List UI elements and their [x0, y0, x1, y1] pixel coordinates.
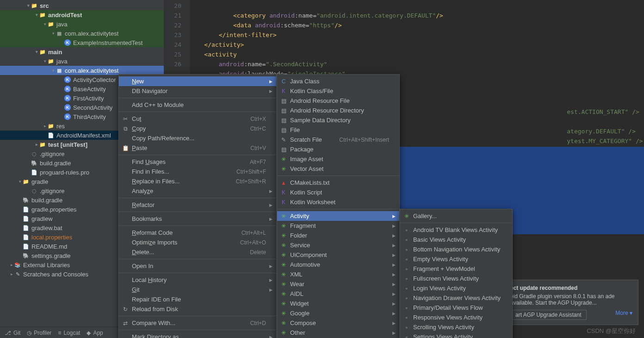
- menu-item[interactable]: Replace in Files...Ctrl+Shift+R: [119, 176, 276, 186]
- menu-item[interactable]: Open In▶: [119, 261, 276, 271]
- tree-item[interactable]: ▾📁androidTest: [0, 10, 164, 19]
- menu-item[interactable]: ⧉CopyCtrl+C: [119, 124, 276, 133]
- menu-item[interactable]: New▶: [119, 76, 276, 86]
- tree-item[interactable]: KExampleInstrumentedTest: [0, 38, 164, 47]
- menu-item[interactable]: ▫Bottom Navigation Views Activity: [400, 244, 512, 254]
- submenu-new[interactable]: CJava ClassKKotlin Class/File▤Android Re…: [277, 74, 400, 338]
- menu-item[interactable]: Refactor▶: [119, 200, 276, 210]
- menu-item[interactable]: Optimize ImportsCtrl+Alt+O: [119, 238, 276, 247]
- menu-item[interactable]: ▫Settings Views Activity: [400, 332, 512, 338]
- menu-item[interactable]: Bookmarks▶: [119, 214, 276, 224]
- package-icon: ▦: [56, 67, 63, 74]
- menu-item[interactable]: DB Navigator▶: [119, 86, 276, 96]
- menu-item[interactable]: ✳XML▶: [277, 269, 399, 279]
- menu-item[interactable]: ✳Wear▶: [277, 279, 399, 289]
- menu-item[interactable]: ✳Automotive▶: [277, 260, 399, 269]
- menu-label: Kotlin Worksheet: [290, 199, 389, 206]
- tree-item[interactable]: ▾📁main: [0, 47, 164, 56]
- menu-item[interactable]: Repair IDE on File: [119, 294, 276, 304]
- menu-item[interactable]: ↻Reload from Disk: [119, 304, 276, 314]
- toolwin-logcat[interactable]: ≡ Logcat: [58, 330, 80, 336]
- submenu-arrow-icon: ▶: [392, 311, 396, 316]
- menu-item[interactable]: Find UsagesAlt+F7: [119, 157, 276, 167]
- menu-item[interactable]: ✂CutCtrl+X: [119, 114, 276, 124]
- menu-label: UiComponent: [290, 251, 389, 258]
- menu-item[interactable]: ✳Compose▶: [277, 318, 399, 328]
- tree-label: java: [56, 21, 68, 28]
- menu-item[interactable]: 📋PasteCtrl+V: [119, 143, 276, 153]
- context-menu[interactable]: New▶DB Navigator▶Add C++ to Module✂CutCt…: [118, 74, 277, 338]
- menu-item[interactable]: Reformat CodeCtrl+Alt+L: [119, 228, 276, 238]
- menu-item[interactable]: Delete...Delete: [119, 247, 276, 257]
- menu-item[interactable]: ✳Other▶: [277, 328, 399, 338]
- menu-item[interactable]: ▤Android Resource File: [277, 96, 399, 106]
- menu-item[interactable]: ▫Fragment + ViewModel: [400, 264, 512, 274]
- menu-item[interactable]: ✳AIDL▶: [277, 289, 399, 299]
- submenu-activity[interactable]: ✳Gallery...▫Android TV Blank Views Activ…: [400, 209, 513, 338]
- submenu-arrow-icon: ▶: [392, 224, 396, 228]
- menu-item[interactable]: ✳Activity▶: [277, 211, 399, 221]
- menu-item[interactable]: ▫Android TV Blank Views Activity: [400, 225, 512, 235]
- menu-icon: ✂: [122, 116, 129, 122]
- menu-item[interactable]: ✳Widget▶: [277, 299, 399, 308]
- menu-item[interactable]: Analyze▶: [119, 186, 276, 196]
- menu-item[interactable]: ▫Empty Views Activity: [400, 254, 512, 264]
- menu-item[interactable]: ▤File: [277, 125, 399, 135]
- menu-label: Java Class: [290, 78, 389, 85]
- tree-item[interactable]: ▾▦com.alex.activitytest: [0, 29, 164, 38]
- menu-label: Other: [290, 329, 389, 336]
- menu-item[interactable]: Find in Files...Ctrl+Shift+F: [119, 167, 276, 176]
- menu-icon: ✳: [280, 213, 287, 219]
- menu-item[interactable]: Copy Path/Reference...: [119, 133, 276, 143]
- menu-item[interactable]: ✳Google▶: [277, 308, 399, 318]
- menu-item[interactable]: ▫Primary/Detail Views Flow: [400, 303, 512, 313]
- menu-label: Responsive Views Activity: [413, 314, 502, 321]
- menu-item[interactable]: ▲CMakeLists.txt: [277, 178, 399, 188]
- menu-item[interactable]: ✎Scratch FileCtrl+Alt+Shift+Insert: [277, 135, 399, 144]
- menu-icon: ✳: [280, 232, 287, 239]
- menu-item[interactable]: ✳UiComponent▶: [277, 250, 399, 260]
- menu-item[interactable]: Add C++ to Module: [119, 100, 276, 110]
- menu-item[interactable]: ✳Folder▶: [277, 231, 399, 240]
- tree-item[interactable]: ▾📁src: [0, 1, 164, 10]
- notification-balloon[interactable]: ect update recommended oid Gradle plugin…: [504, 280, 638, 325]
- menu-item[interactable]: ▫Scrolling Views Activity: [400, 322, 512, 332]
- menu-item[interactable]: KKotlin Script: [277, 188, 399, 197]
- notif-action-button[interactable]: art AGP Upgrade Assistant: [510, 310, 587, 320]
- menu-icon: ✳: [280, 271, 287, 278]
- menu-item[interactable]: KKotlin Worksheet: [277, 197, 399, 207]
- menu-item[interactable]: ▤Android Resource Directory: [277, 106, 399, 115]
- menu-item[interactable]: ✳Image Asset: [277, 154, 399, 164]
- menu-icon: ▫: [403, 295, 410, 301]
- menu-item[interactable]: ▫Basic Views Activity: [400, 235, 512, 244]
- menu-icon: ✳: [280, 281, 287, 288]
- tree-item[interactable]: ▾📁java: [0, 19, 164, 29]
- menu-item[interactable]: ▫Login Views Activity: [400, 283, 512, 293]
- menu-item[interactable]: Mark Directory as▶: [119, 332, 276, 338]
- toolwin-git[interactable]: ⎇ Git: [5, 330, 20, 336]
- menu-item[interactable]: KKotlin Class/File: [277, 86, 399, 96]
- menu-label: Local History: [132, 276, 266, 283]
- menu-item[interactable]: ▤Sample Data Directory: [277, 115, 399, 125]
- toolwin-profiler[interactable]: ◷ Profiler: [27, 330, 51, 336]
- menu-item[interactable]: ✳Gallery...: [400, 211, 512, 221]
- menu-label: Open In: [132, 263, 266, 269]
- menu-item[interactable]: ▫Navigation Drawer Views Activity: [400, 293, 512, 303]
- menu-item[interactable]: ⇄Compare With...Ctrl+D: [119, 318, 276, 328]
- menu-item[interactable]: Local History▶: [119, 275, 276, 285]
- menu-label: Scratch File: [290, 136, 328, 143]
- menu-item[interactable]: ✳Vector Asset: [277, 164, 399, 174]
- tree-item[interactable]: ▾📁java: [0, 56, 164, 66]
- notif-more-link[interactable]: More ▾: [615, 310, 632, 316]
- menu-item[interactable]: ▤Package: [277, 144, 399, 154]
- menu-item[interactable]: ▫Fullscreen Views Activity: [400, 274, 512, 283]
- menu-item[interactable]: ▫Responsive Views Activity: [400, 313, 512, 322]
- menu-item[interactable]: ✳Service▶: [277, 240, 399, 250]
- toolwin-app[interactable]: ◆ App: [87, 330, 103, 336]
- tree-label: README.md: [31, 243, 67, 250]
- menu-item[interactable]: CJava Class: [277, 76, 399, 86]
- git-icon: ◌: [31, 150, 38, 157]
- menu-item[interactable]: Git▶: [119, 285, 276, 294]
- menu-item[interactable]: ✳Fragment▶: [277, 221, 399, 231]
- tree-item[interactable]: ▾▦com.alex.activitytest: [0, 66, 164, 75]
